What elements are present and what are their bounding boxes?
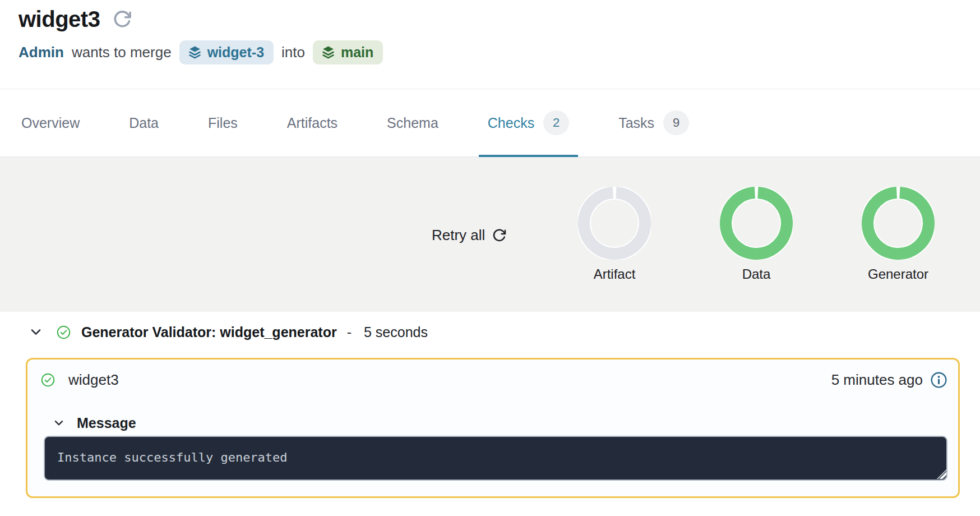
donut-label: Artifact	[577, 266, 651, 282]
retry-icon	[492, 228, 507, 243]
donut-data[interactable]: Data	[719, 187, 793, 282]
refresh-icon[interactable]	[112, 9, 132, 29]
result-instance-name: widget3	[68, 371, 119, 389]
tab-files[interactable]: Files	[208, 89, 238, 156]
donut-chart	[862, 187, 935, 260]
chevron-down-icon[interactable]	[31, 329, 41, 335]
author-name[interactable]: Admin	[19, 44, 64, 61]
donut-chart	[720, 187, 793, 260]
target-branch-badge[interactable]: main	[313, 40, 383, 64]
retry-all-button[interactable]: Retry all	[432, 227, 507, 244]
check-result-card: widget3 5 minutes ago Message	[26, 358, 960, 498]
message-output-textarea[interactable]: Instance successfully generated	[44, 436, 947, 481]
donut-label: Generator	[861, 266, 935, 282]
branch-layers-icon	[189, 46, 201, 59]
branch-layers-icon	[322, 46, 334, 59]
chevron-down-icon[interactable]	[54, 420, 63, 426]
check-run-title: Generator Validator: widget_generator	[81, 324, 337, 340]
separator: -	[347, 324, 352, 340]
check-runs-section: Generator Validator: widget_generator - …	[0, 312, 980, 498]
check-circle-icon	[41, 373, 55, 387]
tab-tasks[interactable]: Tasks 9	[618, 89, 689, 156]
check-run-header: Generator Validator: widget_generator - …	[0, 321, 980, 343]
merge-subtitle: Admin wants to merge widget-3 into main	[19, 39, 980, 65]
tab-schema[interactable]: Schema	[387, 89, 438, 156]
target-branch-label: main	[341, 44, 373, 61]
tab-checks[interactable]: Checks 2	[488, 89, 569, 156]
checks-count-badge: 2	[543, 110, 569, 135]
result-timestamp: 5 minutes ago	[831, 371, 923, 389]
source-branch-label: widget-3	[207, 44, 264, 61]
page-header: widget3 Admin wants to merge widget-3 in…	[0, 0, 980, 65]
check-run-duration: 5 seconds	[364, 324, 428, 340]
info-icon[interactable]	[930, 371, 947, 389]
message-section-label: Message	[77, 415, 136, 431]
check-circle-icon	[57, 325, 71, 339]
donut-chart	[578, 187, 651, 260]
tasks-count-badge: 9	[663, 110, 689, 135]
page-title: widget3	[19, 6, 100, 33]
tab-data[interactable]: Data	[129, 89, 159, 156]
donut-label: Data	[719, 266, 793, 282]
into-text: into	[281, 44, 305, 61]
donut-generator[interactable]: Generator	[861, 187, 935, 282]
source-branch-badge[interactable]: widget-3	[179, 40, 274, 64]
tab-bar: Overview Data Files Artifacts Schema Che…	[0, 89, 980, 157]
merge-text: wants to merge	[72, 44, 172, 61]
donut-artifact[interactable]: Artifact	[577, 187, 651, 282]
checks-summary-panel: Retry all Artifact Data Generator	[0, 157, 980, 312]
tab-overview[interactable]: Overview	[21, 89, 80, 156]
tab-artifacts[interactable]: Artifacts	[287, 89, 338, 156]
retry-all-label: Retry all	[432, 227, 485, 244]
